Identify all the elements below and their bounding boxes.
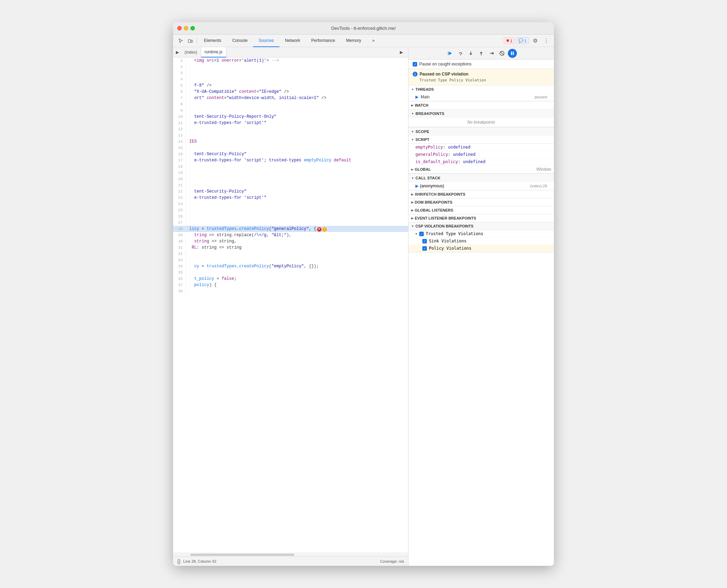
- xhr-fetch-title: XHR/fetch Breakpoints: [415, 192, 465, 196]
- csp-violation-title: Paused on CSP violation: [420, 72, 468, 77]
- run-snippet-icon[interactable]: ▶: [397, 48, 405, 56]
- ttv-checkbox[interactable]: ✓: [419, 232, 424, 236]
- code-area[interactable]: 1 <img src=1 onerror='alert(1)'> --> 2 3…: [173, 57, 408, 553]
- step-out-button[interactable]: [477, 49, 486, 58]
- ttv-collapse-icon: ▼: [415, 232, 417, 235]
- table-row: 38: [173, 288, 408, 294]
- error-badge[interactable]: ✖ 1: [504, 37, 515, 44]
- scrollbar-thumb[interactable]: [190, 554, 294, 556]
- step-over-button[interactable]: [456, 49, 465, 58]
- main-thread-label: Main: [421, 95, 430, 99]
- threads-collapse-icon: ▼: [411, 88, 414, 91]
- sink-violations-checkbox[interactable]: ✓: [422, 239, 427, 243]
- tab-sources[interactable]: Sources: [253, 35, 279, 47]
- tab-memory[interactable]: Memory: [341, 35, 367, 47]
- call-stack-item[interactable]: ▶ (anonymous) (index):28: [409, 182, 554, 190]
- right-panel: ✓ Pause on caught exceptions i Paused on…: [409, 47, 554, 566]
- scope-collapse-icon: ▼: [411, 130, 414, 133]
- svg-rect-0: [188, 39, 191, 43]
- dom-breakpoints-section[interactable]: ▶ DOM Breakpoints: [409, 198, 554, 206]
- cursor-tool-button[interactable]: [176, 36, 186, 46]
- tab-console[interactable]: Console: [227, 35, 253, 47]
- script-scope-header[interactable]: ▼ Script: [409, 136, 554, 144]
- coverage-label: Coverage: n/a: [380, 559, 404, 563]
- table-row: 13: [173, 132, 408, 139]
- table-row: 24: [173, 201, 408, 207]
- table-row: 7 ort" content="width=device-width, init…: [173, 95, 408, 101]
- global-scope-label: Global: [415, 167, 431, 171]
- resume-button[interactable]: [446, 49, 455, 58]
- sink-violations-row[interactable]: ✓ Sink Violations: [409, 238, 554, 245]
- call-stack-title: Call Stack: [415, 176, 440, 180]
- call-stack-section: ▼ Call Stack ▶ (anonymous) (index):28: [409, 174, 554, 190]
- scope-item-empty-policy: emptyPolicy: undefined: [409, 144, 554, 151]
- device-toolbar-button[interactable]: [186, 36, 195, 46]
- deactivate-breakpoints-button[interactable]: [497, 49, 506, 58]
- table-row: 23 e-trusted-types-for 'script'": [173, 195, 408, 201]
- global-scope-row[interactable]: ▶ Global Window: [409, 166, 554, 173]
- table-row: 26: [173, 213, 408, 220]
- script-scope-label: Script: [415, 137, 429, 142]
- devtools-toolbar: Elements Console Sources Network Perform…: [173, 35, 554, 47]
- debug-toolbar: [409, 47, 554, 60]
- pause-caught-checkbox[interactable]: ✓: [413, 62, 417, 66]
- file-tabs-bar: ▶ (index) runtime.js ▶: [173, 47, 408, 57]
- info-count: 1: [524, 39, 527, 43]
- tab-network[interactable]: Network: [279, 35, 306, 47]
- more-options-button[interactable]: ⋮: [541, 36, 551, 46]
- tab-elements[interactable]: Elements: [198, 35, 227, 47]
- close-button[interactable]: [177, 26, 182, 30]
- left-panel: ▶ (index) runtime.js ▶ 1 <img src=1 on: [173, 47, 409, 566]
- file-tab-runtime[interactable]: runtime.js: [201, 47, 226, 57]
- table-row: 19: [173, 170, 408, 176]
- threads-header[interactable]: ▼ Threads: [409, 86, 554, 93]
- table-row: 31 RL: string => string: [173, 244, 408, 251]
- file-tab-index[interactable]: (index): [181, 47, 201, 57]
- table-row: 35: [173, 269, 408, 276]
- threads-title: Threads: [415, 87, 434, 91]
- main-thread-status: paused: [535, 95, 547, 99]
- pause-on-exceptions-button[interactable]: [508, 49, 517, 58]
- main-area: ▶ (index) runtime.js ▶ 1 <img src=1 on: [173, 47, 554, 566]
- main-thread-row[interactable]: ▶ Main paused: [409, 93, 554, 101]
- table-row: 20: [173, 176, 408, 182]
- svg-rect-10: [511, 52, 512, 55]
- call-stack-header[interactable]: ▼ Call Stack: [409, 174, 554, 182]
- csp-bp-header[interactable]: ▼ CSP Violation Breakpoints: [409, 222, 554, 230]
- table-row: 2: [173, 64, 408, 70]
- xhr-fetch-section[interactable]: ▶ XHR/fetch Breakpoints: [409, 190, 554, 198]
- svg-rect-2: [448, 52, 449, 55]
- global-scope-expand-icon: ▶: [411, 168, 413, 171]
- zoom-button[interactable]: [190, 26, 195, 30]
- svg-rect-1: [191, 40, 192, 42]
- sink-violations-label: Sink Violations: [429, 239, 466, 243]
- format-button[interactable]: {}: [177, 559, 180, 564]
- file-tab-index-label: (index): [185, 50, 197, 55]
- minimize-button[interactable]: [184, 26, 188, 30]
- scope-header[interactable]: ▼ Scope: [409, 127, 554, 136]
- breakpoints-header[interactable]: ▼ Breakpoints: [409, 109, 554, 118]
- event-listener-bp-section[interactable]: ▶ Event Listener Breakpoints: [409, 214, 554, 222]
- watch-title: Watch: [415, 103, 429, 107]
- table-row: 27: [173, 220, 408, 226]
- settings-button[interactable]: ⚙: [530, 36, 540, 46]
- policy-violations-checkbox[interactable]: ✓: [422, 246, 427, 251]
- error-count: 1: [510, 39, 512, 43]
- info-badge[interactable]: 💬 1: [516, 37, 529, 44]
- horizontal-scrollbar[interactable]: [173, 553, 408, 556]
- status-bar: {} Line 28, Column 42 Coverage: n/a: [173, 556, 408, 566]
- policy-violations-row[interactable]: ✓ Policy Violations: [409, 245, 554, 252]
- watch-section[interactable]: ▶ Watch: [409, 101, 554, 109]
- breakpoints-collapse-icon: ▼: [411, 112, 414, 115]
- file-tab-runtime-label: runtime.js: [205, 50, 223, 54]
- csp-info-icon: i: [413, 72, 418, 77]
- scope-title: Scope: [415, 130, 429, 134]
- file-navigator-icon[interactable]: ▶: [176, 50, 179, 55]
- global-listeners-section[interactable]: ▶ Global Listeners: [409, 206, 554, 214]
- tab-performance[interactable]: Performance: [306, 35, 341, 47]
- tab-more[interactable]: »: [367, 35, 380, 47]
- trusted-type-violations-row[interactable]: ▼ ✓ Trusted Type Violations: [409, 230, 554, 238]
- step-button[interactable]: [487, 49, 496, 58]
- step-into-button[interactable]: [466, 49, 475, 58]
- table-row: 25: [173, 207, 408, 213]
